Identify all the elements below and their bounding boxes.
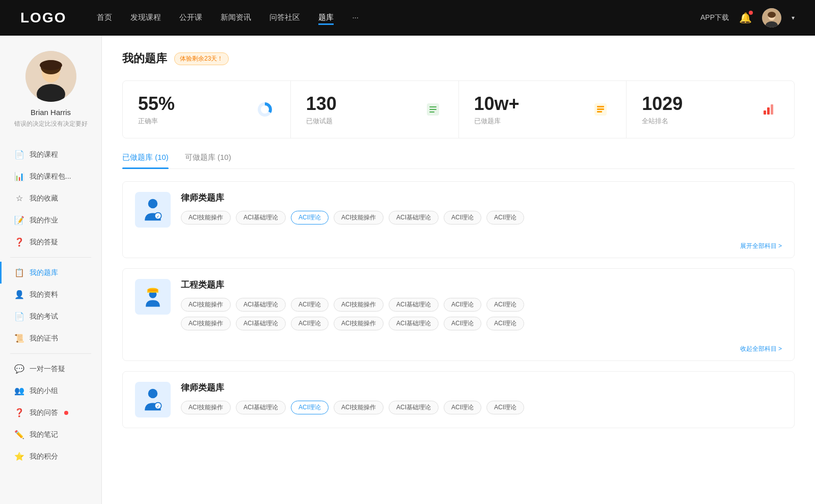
user-menu-chevron[interactable]: ▾ <box>792 14 795 21</box>
tab-done-qbanks[interactable]: 已做题库 (10) <box>122 153 169 169</box>
sidebar-divider-2 <box>10 353 91 354</box>
sidebar-item-my-notes-label: 我的笔记 <box>30 430 58 439</box>
nav-discover[interactable]: 发现课程 <box>130 11 161 25</box>
sidebar-item-my-course[interactable]: 📄 我的课程 <box>0 144 101 165</box>
sidebar: Brian Harris 错误的决定比没有决定要好 📄 我的课程 📊 我的课程包… <box>0 36 102 504</box>
sidebar-item-my-homework-label: 我的作业 <box>30 216 58 225</box>
sidebar-item-my-notes[interactable]: ✏️ 我的笔记 <box>0 424 101 445</box>
sidebar-item-my-group[interactable]: 👥 我的小组 <box>0 380 101 402</box>
qbank-lawyer-1-tag-6[interactable]: ACI理论 <box>486 211 524 225</box>
tabs: 已做题库 (10) 可做题库 (10) <box>122 153 795 169</box>
sidebar-item-my-points-label: 我的积分 <box>30 452 58 461</box>
my-course-pkg-icon: 📊 <box>14 172 24 181</box>
sidebar-item-my-qbank-label: 我的题库 <box>30 268 58 277</box>
sidebar-item-my-data[interactable]: 👤 我的资料 <box>0 284 101 305</box>
my-qa-icon: ❓ <box>14 237 24 247</box>
qbank-lawyer-2-title: 律师类题库 <box>181 382 782 394</box>
qbank-lawyer-1-tag-3[interactable]: ACI技能操作 <box>334 211 384 225</box>
qbank-lawyer-1-tags: ACI技能操作 ACI基础理论 ACI理论 ACI技能操作 ACI基础理论 AC… <box>181 211 782 225</box>
sidebar-item-my-homework[interactable]: 📝 我的作业 <box>0 209 101 231</box>
logo[interactable]: LOGO <box>20 10 66 26</box>
stat-accuracy: 55% 正确率 <box>123 81 291 138</box>
nav-home[interactable]: 首页 <box>97 11 112 25</box>
sidebar-profile: Brian Harris 错误的决定比没有决定要好 <box>0 36 101 138</box>
sidebar-item-my-course-pkg[interactable]: 📊 我的课程包... <box>0 165 101 187</box>
sidebar-item-my-qbank[interactable]: 📋 我的题库 <box>0 262 101 284</box>
sidebar-item-my-group-label: 我的小组 <box>30 386 58 396</box>
qbank-engineer-tag-r2-5[interactable]: ACI理论 <box>444 317 481 330</box>
nav-more[interactable]: ··· <box>352 11 359 25</box>
notification-bell[interactable]: 🔔 <box>739 12 752 24</box>
sidebar-menu: 📄 我的课程 📊 我的课程包... ☆ 我的收藏 📝 我的作业 ❓ 我的答疑 � <box>0 144 101 467</box>
qbank-engineer-tag-r1-2[interactable]: ACI理论 <box>291 298 329 312</box>
page-header: 我的题库 体验剩余23天！ <box>122 51 795 66</box>
svg-point-10 <box>261 105 269 114</box>
qbank-lawyer-2-content: 律师类题库 ACI技能操作 ACI基础理论 ACI理论 ACI技能操作 ACI基… <box>181 382 782 414</box>
sidebar-item-my-points[interactable]: ⭐ 我的积分 <box>0 445 101 467</box>
qbank-engineer-tag-r1-0[interactable]: ACI技能操作 <box>181 298 231 312</box>
qbank-lawyer-2-tag-6[interactable]: ACI理论 <box>486 401 524 414</box>
qbank-lawyer-1-tag-2[interactable]: ACI理论 <box>291 211 329 225</box>
svg-rect-20 <box>767 107 770 115</box>
qbank-lawyer-1-icon: ✓ <box>135 192 171 228</box>
sidebar-item-my-exam-label: 我的考试 <box>30 312 58 321</box>
stat-done-qbanks-label: 已做题库 <box>474 117 583 126</box>
tab-available-qbanks[interactable]: 可做题库 (10) <box>185 153 231 169</box>
my-homework-icon: 📝 <box>14 215 24 225</box>
sidebar-item-one-on-one[interactable]: 💬 一对一答疑 <box>0 358 101 380</box>
qbank-engineer-tag-r2-1[interactable]: ACI基础理论 <box>236 317 286 330</box>
sidebar-item-my-cert[interactable]: 📜 我的证书 <box>0 327 101 349</box>
stat-accuracy-value: 55% <box>138 93 247 115</box>
my-favorites-icon: ☆ <box>14 193 24 203</box>
qbank-card-lawyer-2: ✓ 律师类题库 ACI技能操作 ACI基础理论 ACI理论 ACI技能操作 AC… <box>122 371 795 428</box>
user-avatar[interactable] <box>762 8 781 27</box>
qbank-engineer-tag-r1-5[interactable]: ACI理论 <box>444 298 481 312</box>
sidebar-item-my-exam[interactable]: 📄 我的考试 <box>0 305 101 327</box>
sidebar-item-my-favorites[interactable]: ☆ 我的收藏 <box>0 187 101 209</box>
qbank-lawyer-2-tag-3[interactable]: ACI技能操作 <box>334 401 384 414</box>
qbank-card-lawyer-1: ✓ 律师类题库 ACI技能操作 ACI基础理论 ACI理论 ACI技能操作 AC… <box>122 181 795 258</box>
qbank-lawyer-1-expand-btn[interactable]: 展开全部科目 > <box>740 242 782 250</box>
qbank-lawyer-2-tag-0[interactable]: ACI技能操作 <box>181 401 231 414</box>
qbank-engineer-tag-r1-6[interactable]: ACI理论 <box>486 298 524 312</box>
qbank-engineer-tag-r1-3[interactable]: ACI技能操作 <box>334 298 384 312</box>
svg-rect-12 <box>429 106 437 107</box>
sidebar-username: Brian Harris <box>31 108 71 117</box>
qbank-lawyer-2-tag-5[interactable]: ACI理论 <box>444 401 481 414</box>
qbank-lawyer-1-tag-1[interactable]: ACI基础理论 <box>236 211 286 225</box>
sidebar-item-my-cert-label: 我的证书 <box>30 334 58 343</box>
sidebar-item-my-favorites-label: 我的收藏 <box>30 194 58 203</box>
qbank-engineer-expand-btn[interactable]: 收起全部科目 > <box>740 345 782 353</box>
qbank-engineer-tag-r2-4[interactable]: ACI基础理论 <box>389 317 439 330</box>
qbank-engineer-expand[interactable]: 收起全部科目 > <box>123 341 794 360</box>
qbank-engineer-tag-r1-4[interactable]: ACI基础理论 <box>389 298 439 312</box>
svg-text:✓: ✓ <box>156 404 159 409</box>
qbank-lawyer-1-expand[interactable]: 展开全部科目 > <box>123 238 794 258</box>
qbank-lawyer-2-tag-4[interactable]: ACI基础理论 <box>389 401 439 414</box>
qbank-engineer-tag-r2-6[interactable]: ACI理论 <box>486 317 524 330</box>
qbank-lawyer-1-tag-4[interactable]: ACI基础理论 <box>389 211 439 225</box>
qbank-engineer-tag-r2-2[interactable]: ACI理论 <box>291 317 329 330</box>
my-exam-icon: 📄 <box>14 312 24 321</box>
qbank-engineer-tag-r2-0[interactable]: ACI技能操作 <box>181 317 231 330</box>
nav-qa[interactable]: 问答社区 <box>269 11 300 25</box>
qbank-lawyer-2-tag-1[interactable]: ACI基础理论 <box>236 401 286 414</box>
app-download[interactable]: APP下载 <box>700 13 729 22</box>
sidebar-item-my-course-pkg-label: 我的课程包... <box>30 172 71 181</box>
my-points-icon: ⭐ <box>14 452 24 461</box>
sidebar-item-my-questions[interactable]: ❓ 我的问答 <box>0 402 101 424</box>
qbank-lawyer-2-tag-2[interactable]: ACI理论 <box>291 401 329 414</box>
qbank-engineer-tag-r1-1[interactable]: ACI基础理论 <box>236 298 286 312</box>
my-course-icon: 📄 <box>14 150 24 159</box>
qbank-lawyer-1-tag-0[interactable]: ACI技能操作 <box>181 211 231 225</box>
nav-opencourse[interactable]: 公开课 <box>179 11 202 25</box>
qbank-lawyer-2-icon: ✓ <box>135 382 171 417</box>
sidebar-item-my-qa[interactable]: ❓ 我的答疑 <box>0 231 101 253</box>
qbank-engineer-tag-r2-3[interactable]: ACI技能操作 <box>334 317 384 330</box>
nav-qbank[interactable]: 题库 <box>318 11 334 25</box>
my-notes-icon: ✏️ <box>14 430 24 439</box>
qbank-lawyer-1-tag-5[interactable]: ACI理论 <box>444 211 481 225</box>
stat-done-qbanks: 10w+ 已做题库 <box>459 81 627 138</box>
nav-news[interactable]: 新闻资讯 <box>221 11 251 25</box>
page-title: 我的题库 <box>122 51 167 66</box>
